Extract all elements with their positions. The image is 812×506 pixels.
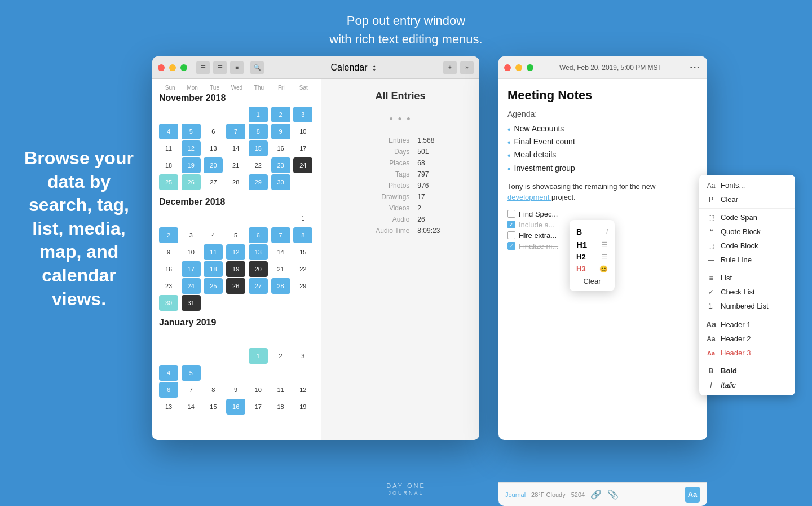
calendar-day[interactable]: 8	[204, 382, 223, 398]
calendar-day[interactable]: 1	[293, 210, 312, 226]
calendar-day[interactable]: 5	[182, 124, 201, 139]
checkbox-3[interactable]	[508, 231, 515, 239]
calendar-day[interactable]: 19	[182, 157, 201, 173]
calendar-day[interactable]: 31	[182, 295, 201, 311]
calendar-day[interactable]: 29	[249, 174, 268, 190]
calendar-day[interactable]: 9	[159, 244, 178, 260]
calendar-day[interactable]: 9	[271, 124, 290, 139]
calendar-day[interactable]: 23	[159, 278, 178, 294]
more-options-button[interactable]: • • •	[688, 61, 701, 74]
calendar-day[interactable]: 19	[226, 261, 245, 277]
calendar-day[interactable]: 14	[182, 399, 201, 415]
calendar-day[interactable]: 25	[159, 174, 178, 190]
menu-clear[interactable]: P Clear	[699, 192, 795, 206]
calendar-day[interactable]: 8	[249, 124, 268, 139]
calendar-day[interactable]: 19	[293, 399, 312, 415]
calendar-day[interactable]: 28	[226, 174, 245, 190]
calendar-day[interactable]: 13	[204, 140, 223, 156]
maximize-button[interactable]	[180, 64, 187, 71]
calendar-day[interactable]: 13	[249, 244, 268, 260]
color-icon[interactable]: ■	[230, 61, 244, 74]
calendar-day[interactable]: 9	[226, 382, 245, 398]
calendar-day[interactable]: 7	[271, 227, 290, 243]
more-options-icon[interactable]: »	[460, 61, 474, 74]
calendar-day[interactable]: 17	[293, 140, 312, 156]
calendar-day[interactable]: 1	[249, 348, 268, 364]
calendar-day[interactable]: 26	[226, 278, 245, 294]
calendar-day[interactable]: 12	[182, 140, 201, 156]
calendar-day[interactable]: 12	[226, 244, 245, 260]
calendar-day[interactable]: 3	[182, 227, 201, 243]
calendar-day[interactable]: 11	[159, 140, 178, 156]
calendar-day[interactable]: 23	[271, 157, 290, 173]
menu-code-block[interactable]: ⬚ Code Block	[699, 239, 795, 253]
calendar-day[interactable]: 10	[293, 124, 312, 139]
calendar-day[interactable]: 14	[271, 244, 290, 260]
calendar-day[interactable]: 3	[293, 107, 312, 122]
layout-icon[interactable]: ☰	[213, 61, 227, 74]
notes-minimize-button[interactable]	[515, 64, 522, 71]
italic-option[interactable]: I	[606, 228, 608, 236]
menu-bold[interactable]: B Bold	[699, 364, 795, 378]
calendar-day[interactable]: 12	[293, 382, 312, 398]
development-link[interactable]: development	[508, 193, 551, 201]
calendar-day[interactable]: 22	[249, 157, 268, 173]
calendar-day[interactable]: 27	[204, 174, 223, 190]
menu-header3[interactable]: Aa Header 3	[699, 346, 795, 360]
calendar-day[interactable]: 15	[204, 399, 223, 415]
calendar-day[interactable]: 4	[159, 124, 178, 139]
calendar-day[interactable]: 11	[204, 244, 223, 260]
calendar-day[interactable]: 6	[249, 227, 268, 243]
sidebar-toggle-icon[interactable]: ☰	[196, 61, 210, 74]
checkbox-2[interactable]: ✓	[508, 221, 515, 228]
menu-header2[interactable]: Aa Header 2	[699, 332, 795, 346]
calendar-day[interactable]: 5	[226, 227, 245, 243]
calendar-day[interactable]: 6	[159, 382, 178, 398]
calendar-day[interactable]: 17	[182, 261, 201, 277]
calendar-day[interactable]: 30	[271, 174, 290, 190]
calendar-day[interactable]: 29	[293, 278, 312, 294]
calendar-day[interactable]: 16	[271, 140, 290, 156]
calendar-day[interactable]: 10	[249, 382, 268, 398]
h3-option[interactable]: H3	[576, 265, 586, 273]
calendar-day[interactable]: 6	[204, 124, 223, 139]
menu-rule-line[interactable]: — Rule Line	[699, 253, 795, 267]
notes-close-button[interactable]	[504, 64, 511, 71]
calendar-day[interactable]: 24	[293, 157, 312, 173]
h2-option[interactable]: H2	[576, 253, 586, 261]
calendar-day[interactable]: 26	[182, 174, 201, 190]
calendar-day[interactable]: 27	[249, 278, 268, 294]
calendar-day[interactable]: 2	[159, 227, 178, 243]
menu-list[interactable]: ≡ List	[699, 271, 795, 285]
add-entry-button[interactable]: +	[443, 61, 457, 74]
calendar-day[interactable]: 25	[204, 278, 223, 294]
menu-quote-block[interactable]: ❝ Quote Block	[699, 225, 795, 239]
menu-numbered-list[interactable]: 1. Numbered List	[699, 299, 795, 313]
calendar-day[interactable]: 4	[204, 227, 223, 243]
calendar-day[interactable]: 18	[159, 157, 178, 173]
calendar-day[interactable]: 18	[271, 399, 290, 415]
menu-italic[interactable]: I Italic	[699, 378, 795, 392]
menu-fonts[interactable]: Aa Fonts...	[699, 178, 795, 192]
menu-header1[interactable]: Aa Header 1	[699, 317, 795, 332]
notes-maximize-button[interactable]	[527, 64, 533, 71]
calendar-day[interactable]: 15	[249, 140, 268, 156]
dots-menu[interactable]: • • •	[390, 113, 412, 125]
bold-option[interactable]: B	[576, 227, 582, 236]
calendar-day[interactable]: 7	[182, 382, 201, 398]
calendar-day[interactable]: 28	[271, 278, 290, 294]
calendar-day[interactable]: 13	[159, 399, 178, 415]
calendar-day[interactable]: 15	[293, 244, 312, 260]
calendar-day[interactable]: 3	[293, 348, 312, 364]
calendar-day[interactable]: 30	[159, 295, 178, 311]
calendar-day[interactable]: 17	[249, 399, 268, 415]
search-icon[interactable]: 🔍	[250, 61, 264, 74]
close-button[interactable]	[158, 64, 165, 71]
checkbox-1[interactable]	[508, 210, 515, 218]
calendar-day[interactable]: 5	[182, 365, 201, 381]
calendar-day[interactable]: 14	[226, 140, 245, 156]
menu-check-list[interactable]: ✓ Check List	[699, 285, 795, 299]
calendar-day[interactable]: 2	[271, 107, 290, 122]
calendar-day[interactable]: 20	[204, 157, 223, 173]
calendar-day[interactable]: 16	[159, 261, 178, 277]
